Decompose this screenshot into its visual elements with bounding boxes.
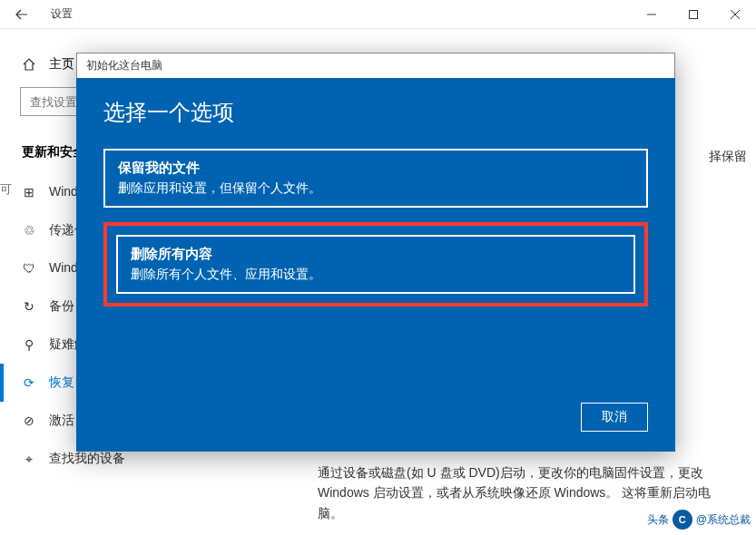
window-controls	[631, 0, 756, 29]
close-icon	[731, 10, 740, 19]
partial-text-right: 择保留	[709, 149, 747, 165]
watermark: 头条 C @系统总裁	[647, 510, 751, 530]
option-highlight: 删除所有内容删除所有个人文件、应用和设置。	[103, 222, 648, 306]
option-desc: 删除应用和设置，但保留个人文件。	[118, 180, 633, 197]
nav-icon: ⌖	[22, 452, 36, 466]
nav-label: 查找我的设备	[49, 451, 125, 467]
reset-option-1[interactable]: 删除所有内容删除所有个人文件、应用和设置。	[116, 235, 635, 294]
back-button[interactable]	[0, 0, 44, 29]
nav-icon: ⚲	[22, 337, 36, 352]
option-desc: 删除所有个人文件、应用和设置。	[131, 267, 621, 283]
nav-label: 恢复	[49, 374, 74, 391]
option-title: 删除所有内容	[131, 246, 621, 263]
nav-icon: ⊘	[22, 413, 36, 428]
watermark-source: 头条	[647, 512, 669, 528]
sidebar-home-label: 主页	[49, 56, 74, 73]
watermark-badge-icon: C	[673, 510, 692, 530]
reset-pc-dialog: 初始化这台电脑 选择一个选项 保留我的文件删除应用和设置，但保留个人文件。删除所…	[76, 53, 675, 452]
option-list: 保留我的文件删除应用和设置，但保留个人文件。删除所有内容删除所有个人文件、应用和…	[103, 149, 648, 306]
reset-option-0[interactable]: 保留我的文件删除应用和设置，但保留个人文件。	[103, 149, 648, 208]
nav-icon: 🛡	[22, 261, 36, 276]
maximize-icon	[689, 10, 698, 19]
cancel-button[interactable]: 取消	[581, 403, 648, 432]
nav-icon: ↻	[22, 299, 36, 314]
dialog-heading: 选择一个选项	[103, 98, 648, 127]
svg-rect-1	[690, 10, 698, 18]
window-titlebar: 设置	[0, 0, 756, 29]
window-title: 设置	[44, 6, 631, 22]
home-icon	[22, 57, 36, 72]
nav-icon: ⊞	[22, 185, 36, 199]
dialog-body: 选择一个选项 保留我的文件删除应用和设置，但保留个人文件。删除所有内容删除所有个…	[76, 78, 675, 452]
maximize-button[interactable]	[673, 0, 714, 29]
close-button[interactable]	[714, 0, 756, 29]
nav-label: 备份	[49, 298, 74, 315]
minimize-button[interactable]	[631, 0, 673, 29]
dialog-titlebar: 初始化这台电脑	[76, 53, 675, 78]
nav-icon: ⟳	[22, 375, 36, 390]
left-edge-text: 可	[0, 181, 7, 198]
option-title: 保留我的文件	[118, 160, 633, 177]
watermark-handle: @系统总裁	[696, 512, 751, 528]
minimize-icon	[647, 10, 656, 19]
nav-label: 激活	[49, 413, 74, 429]
nav-icon: ♲	[22, 223, 36, 238]
arrow-left-icon	[15, 8, 28, 21]
